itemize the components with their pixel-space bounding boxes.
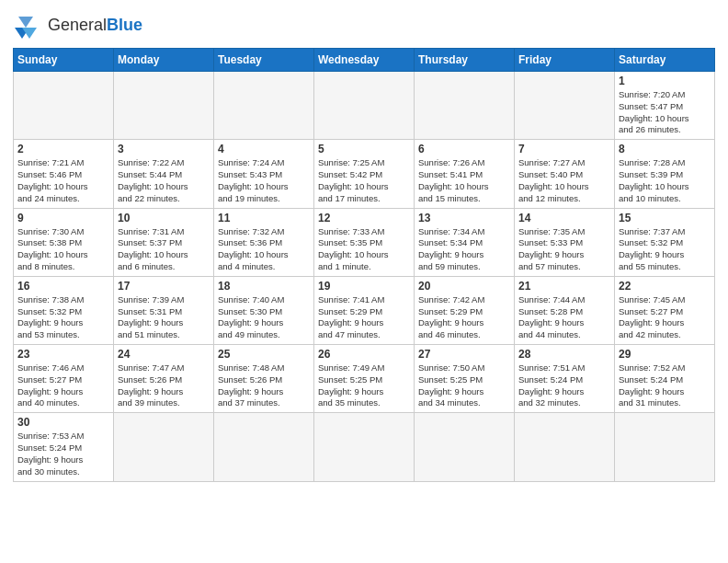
day-number: 24: [118, 348, 210, 361]
day-number: 19: [318, 280, 410, 293]
day-number: 15: [619, 212, 711, 224]
day-number: 1: [619, 75, 711, 87]
day-info: Sunrise: 7:24 AM Sunset: 5:43 PM Dayligh…: [218, 157, 310, 204]
calendar-cell: 17Sunrise: 7:39 AM Sunset: 5:31 PM Dayli…: [114, 276, 214, 344]
calendar-cell: 18Sunrise: 7:40 AM Sunset: 5:30 PM Dayli…: [214, 276, 314, 344]
calendar-cell: 12Sunrise: 7:33 AM Sunset: 5:35 PM Dayli…: [314, 208, 415, 276]
weekday-header-friday: Friday: [515, 49, 615, 72]
day-info: Sunrise: 7:31 AM Sunset: 5:37 PM Dayligh…: [118, 226, 210, 273]
day-info: Sunrise: 7:44 AM Sunset: 5:28 PM Dayligh…: [518, 294, 610, 341]
day-info: Sunrise: 7:28 AM Sunset: 5:39 PM Dayligh…: [619, 157, 711, 204]
day-number: 20: [418, 280, 510, 293]
day-number: 14: [518, 212, 610, 224]
day-number: 5: [318, 143, 410, 155]
calendar-cell: 30Sunrise: 7:53 AM Sunset: 5:24 PM Dayli…: [14, 413, 114, 481]
weekday-header-thursday: Thursday: [415, 49, 515, 72]
weekday-header-row: SundayMondayTuesdayWednesdayThursdayFrid…: [14, 49, 715, 72]
day-info: Sunrise: 7:49 AM Sunset: 5:25 PM Dayligh…: [318, 362, 410, 409]
day-number: 18: [218, 280, 310, 293]
calendar-cell: 4Sunrise: 7:24 AM Sunset: 5:43 PM Daylig…: [214, 140, 314, 208]
day-info: Sunrise: 7:38 AM Sunset: 5:32 PM Dayligh…: [17, 294, 109, 341]
calendar-cell: [14, 72, 114, 140]
logo-shape: [13, 9, 46, 42]
day-number: 6: [418, 143, 510, 155]
day-info: Sunrise: 7:37 AM Sunset: 5:32 PM Dayligh…: [619, 226, 711, 273]
day-info: Sunrise: 7:41 AM Sunset: 5:29 PM Dayligh…: [318, 294, 410, 341]
day-info: Sunrise: 7:51 AM Sunset: 5:24 PM Dayligh…: [518, 362, 610, 409]
logo: GeneralBlue: [13, 9, 142, 42]
calendar-cell: 19Sunrise: 7:41 AM Sunset: 5:29 PM Dayli…: [314, 276, 415, 344]
svg-marker-2: [18, 17, 33, 28]
day-number: 26: [318, 348, 410, 361]
calendar-cell: 11Sunrise: 7:32 AM Sunset: 5:36 PM Dayli…: [214, 208, 314, 276]
calendar-cell: [114, 413, 214, 481]
calendar-cell: [415, 72, 515, 140]
day-info: Sunrise: 7:39 AM Sunset: 5:31 PM Dayligh…: [118, 294, 210, 341]
day-number: 28: [518, 348, 610, 361]
day-number: 9: [17, 212, 109, 224]
day-info: Sunrise: 7:33 AM Sunset: 5:35 PM Dayligh…: [318, 226, 410, 273]
calendar-cell: [515, 72, 615, 140]
calendar-cell: 9Sunrise: 7:30 AM Sunset: 5:38 PM Daylig…: [14, 208, 114, 276]
calendar-cell: 25Sunrise: 7:48 AM Sunset: 5:26 PM Dayli…: [214, 345, 314, 413]
day-info: Sunrise: 7:27 AM Sunset: 5:40 PM Dayligh…: [518, 157, 610, 204]
day-number: 7: [518, 143, 610, 155]
calendar-cell: 6Sunrise: 7:26 AM Sunset: 5:41 PM Daylig…: [415, 140, 515, 208]
calendar-cell: 3Sunrise: 7:22 AM Sunset: 5:44 PM Daylig…: [114, 140, 214, 208]
day-number: 25: [218, 348, 310, 361]
day-number: 27: [418, 348, 510, 361]
day-info: Sunrise: 7:25 AM Sunset: 5:42 PM Dayligh…: [318, 157, 410, 204]
day-info: Sunrise: 7:21 AM Sunset: 5:46 PM Dayligh…: [17, 157, 109, 204]
day-info: Sunrise: 7:47 AM Sunset: 5:26 PM Dayligh…: [118, 362, 210, 409]
calendar-week-row: 30Sunrise: 7:53 AM Sunset: 5:24 PM Dayli…: [14, 413, 715, 481]
day-number: 8: [619, 143, 711, 155]
day-info: Sunrise: 7:52 AM Sunset: 5:24 PM Dayligh…: [619, 362, 711, 409]
day-number: 12: [318, 212, 410, 224]
calendar-cell: 24Sunrise: 7:47 AM Sunset: 5:26 PM Dayli…: [114, 345, 214, 413]
weekday-header-sunday: Sunday: [14, 49, 114, 72]
calendar-cell: 27Sunrise: 7:50 AM Sunset: 5:25 PM Dayli…: [415, 345, 515, 413]
day-number: 11: [218, 212, 310, 224]
calendar: SundayMondayTuesdayWednesdayThursdayFrid…: [13, 48, 715, 482]
calendar-cell: 10Sunrise: 7:31 AM Sunset: 5:37 PM Dayli…: [114, 208, 214, 276]
calendar-cell: [415, 413, 515, 481]
day-info: Sunrise: 7:32 AM Sunset: 5:36 PM Dayligh…: [218, 226, 310, 273]
calendar-cell: [114, 72, 214, 140]
day-info: Sunrise: 7:35 AM Sunset: 5:33 PM Dayligh…: [518, 226, 610, 273]
day-info: Sunrise: 7:48 AM Sunset: 5:26 PM Dayligh…: [218, 362, 310, 409]
calendar-cell: [314, 72, 415, 140]
weekday-header-tuesday: Tuesday: [214, 49, 314, 72]
day-number: 29: [619, 348, 711, 361]
day-number: 21: [518, 280, 610, 293]
day-info: Sunrise: 7:45 AM Sunset: 5:27 PM Dayligh…: [619, 294, 711, 341]
calendar-cell: 15Sunrise: 7:37 AM Sunset: 5:32 PM Dayli…: [615, 208, 715, 276]
calendar-cell: 20Sunrise: 7:42 AM Sunset: 5:29 PM Dayli…: [415, 276, 515, 344]
weekday-header-wednesday: Wednesday: [314, 49, 415, 72]
calendar-cell: [515, 413, 615, 481]
day-number: 22: [619, 280, 711, 293]
day-info: Sunrise: 7:53 AM Sunset: 5:24 PM Dayligh…: [17, 431, 109, 477]
day-info: Sunrise: 7:26 AM Sunset: 5:41 PM Dayligh…: [418, 157, 510, 204]
calendar-cell: 29Sunrise: 7:52 AM Sunset: 5:24 PM Dayli…: [615, 345, 715, 413]
logo-graphic: GeneralBlue: [13, 9, 142, 42]
day-number: 30: [17, 416, 109, 429]
calendar-cell: 13Sunrise: 7:34 AM Sunset: 5:34 PM Dayli…: [415, 208, 515, 276]
weekday-header-monday: Monday: [114, 49, 214, 72]
day-info: Sunrise: 7:34 AM Sunset: 5:34 PM Dayligh…: [418, 226, 510, 273]
day-number: 16: [17, 280, 109, 293]
calendar-week-row: 23Sunrise: 7:46 AM Sunset: 5:27 PM Dayli…: [14, 345, 715, 413]
day-number: 2: [17, 143, 109, 155]
calendar-cell: 5Sunrise: 7:25 AM Sunset: 5:42 PM Daylig…: [314, 140, 415, 208]
day-info: Sunrise: 7:40 AM Sunset: 5:30 PM Dayligh…: [218, 294, 310, 341]
calendar-cell: 16Sunrise: 7:38 AM Sunset: 5:32 PM Dayli…: [14, 276, 114, 344]
calendar-cell: 23Sunrise: 7:46 AM Sunset: 5:27 PM Dayli…: [14, 345, 114, 413]
day-info: Sunrise: 7:50 AM Sunset: 5:25 PM Dayligh…: [418, 362, 510, 409]
calendar-cell: 26Sunrise: 7:49 AM Sunset: 5:25 PM Dayli…: [314, 345, 415, 413]
logo-svg: [13, 9, 46, 42]
day-info: Sunrise: 7:30 AM Sunset: 5:38 PM Dayligh…: [17, 226, 109, 273]
day-info: Sunrise: 7:20 AM Sunset: 5:47 PM Dayligh…: [619, 89, 711, 136]
calendar-week-row: 1Sunrise: 7:20 AM Sunset: 5:47 PM Daylig…: [14, 72, 715, 140]
day-number: 4: [218, 143, 310, 155]
day-info: Sunrise: 7:42 AM Sunset: 5:29 PM Dayligh…: [418, 294, 510, 341]
day-info: Sunrise: 7:46 AM Sunset: 5:27 PM Dayligh…: [17, 362, 109, 409]
